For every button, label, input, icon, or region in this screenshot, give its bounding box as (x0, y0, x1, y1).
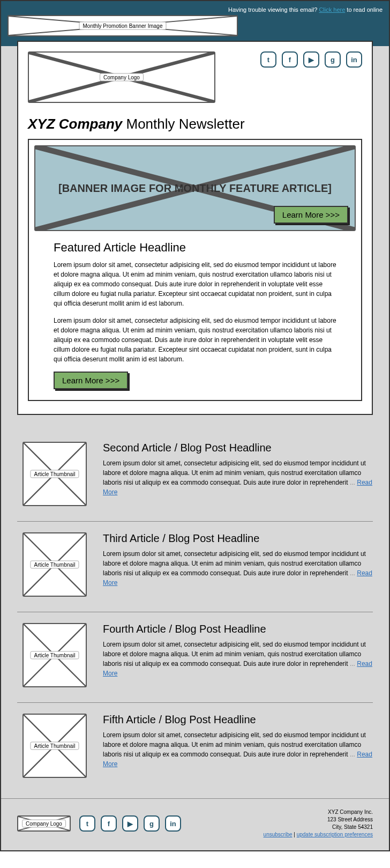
footer-company: XYZ Company Inc. (264, 808, 373, 816)
feature-banner-learn-more-button[interactable]: Learn More >>> (274, 206, 348, 224)
article-item: Article Thumbnail Second Article / Blog … (17, 431, 373, 522)
footer-address: XYZ Company Inc. 123 Street Address City… (264, 808, 373, 839)
feature-paragraph-2: Lorem ipsum dolor sit amet, consectetur … (54, 316, 336, 364)
article-thumbnail-label: Article Thumbnail (30, 561, 79, 569)
article-body: Fifth Article / Blog Post Headline Lorem… (103, 714, 373, 778)
footer: Company Logo t f ▶ g in XYZ Company Inc.… (1, 798, 389, 850)
google-icon[interactable]: g (144, 815, 160, 832)
content-card: Company Logo t f ▶ g in XYZ Company Mont… (17, 41, 373, 415)
feature-headline: Featured Article Headline (54, 241, 336, 255)
youtube-icon[interactable]: ▶ (122, 815, 138, 832)
company-logo[interactable]: Company Logo (28, 51, 215, 103)
article-headline: Fourth Article / Blog Post Headline (103, 623, 373, 635)
article-excerpt-text: Lorem ipsum dolor sit amet, consectetur … (103, 550, 366, 577)
article-body: Third Article / Blog Post Headline Lorem… (103, 532, 373, 597)
footer-logo-label: Company Logo (22, 820, 66, 828)
footer-sep: | (292, 832, 297, 837)
article-headline: Second Article / Blog Post Headline (103, 442, 373, 454)
article-item: Article Thumbnail Fourth Article / Blog … (17, 612, 373, 703)
article-excerpt-text: Lorem ipsum dolor sit amet, consectetur … (103, 731, 366, 758)
newsletter-title: XYZ Company Monthly Newsletter (28, 116, 362, 132)
article-headline: Fifth Article / Blog Post Headline (103, 714, 373, 726)
unsubscribe-link[interactable]: unsubscribe (264, 832, 292, 837)
article-headline: Third Article / Blog Post Headline (103, 532, 373, 545)
article-body: Second Article / Blog Post Headline Lore… (103, 442, 373, 506)
trouble-text: Having trouble viewing this email? (228, 6, 317, 13)
linkedin-icon[interactable]: in (165, 815, 181, 832)
article-thumbnail-label: Article Thumbnail (30, 470, 79, 478)
read-online-suffix: to read online (345, 6, 382, 13)
footer-address1: 123 Street Address (264, 816, 373, 824)
update-preferences-link[interactable]: update subscription preferences (297, 832, 373, 837)
feature-paragraph-1: Lorem ipsum dolor sit amet, consectetur … (54, 260, 336, 308)
article-thumbnail[interactable]: Article Thumbnail (22, 442, 87, 506)
article-excerpt: Lorem ipsum dolor sit amet, consectetur … (103, 730, 373, 769)
article-excerpt: Lorem ipsum dolor sit amet, consectetur … (103, 458, 373, 497)
feature-text: Featured Article Headline Lorem ipsum do… (34, 231, 356, 389)
twitter-icon[interactable]: t (79, 815, 95, 832)
article-excerpt-text: Lorem ipsum dolor sit amet, consectetur … (103, 459, 366, 486)
click-here-link[interactable]: Click here (319, 6, 345, 13)
facebook-icon[interactable]: f (282, 51, 298, 68)
article-item: Article Thumbnail Third Article / Blog P… (17, 522, 373, 612)
company-name: XYZ Company (28, 116, 122, 132)
footer-logo[interactable]: Company Logo (17, 815, 71, 832)
promo-banner-label: Monthly Promotion Banner Image (79, 22, 167, 30)
top-strip: Having trouble viewing this email? Click… (1, 1, 389, 46)
ellipsis: ... (350, 660, 357, 667)
feature-box: [BANNER IMAGE FOR MONTHLY FEATURE ARTICL… (28, 139, 362, 401)
google-icon[interactable]: g (325, 51, 341, 68)
ellipsis: ... (350, 751, 357, 758)
article-thumbnail[interactable]: Article Thumbnail (22, 623, 87, 687)
footer-address2: City, State 54321 (264, 824, 373, 831)
twitter-icon[interactable]: t (260, 51, 276, 68)
social-row-header: t f ▶ g in (260, 51, 362, 68)
article-list: Article Thumbnail Second Article / Blog … (1, 420, 389, 798)
article-thumbnail[interactable]: Article Thumbnail (22, 714, 87, 778)
ellipsis: ... (350, 479, 357, 486)
article-excerpt-text: Lorem ipsum dolor sit amet, consectetur … (103, 641, 366, 667)
newsletter-page: Having trouble viewing this email? Click… (0, 0, 390, 851)
article-thumbnail-label: Article Thumbnail (30, 651, 79, 659)
linkedin-icon[interactable]: in (346, 51, 362, 68)
facebook-icon[interactable]: f (101, 815, 117, 832)
article-excerpt: Lorem ipsum dolor sit amet, consectetur … (103, 549, 373, 588)
promo-banner-image[interactable]: Monthly Promotion Banner Image (8, 15, 238, 36)
youtube-icon[interactable]: ▶ (303, 51, 319, 68)
article-body: Fourth Article / Blog Post Headline Lore… (103, 623, 373, 687)
feature-banner-text: [BANNER IMAGE FOR MONTHLY FEATURE ARTICL… (58, 182, 332, 195)
article-thumbnail-label: Article Thumbnail (30, 742, 79, 750)
feature-banner-image[interactable]: [BANNER IMAGE FOR MONTHLY FEATURE ARTICL… (34, 145, 356, 231)
view-online-note: Having trouble viewing this email? Click… (8, 6, 382, 13)
feature-learn-more-button[interactable]: Learn More >>> (54, 372, 128, 389)
ellipsis: ... (350, 569, 357, 577)
social-row-footer: t f ▶ g in (79, 815, 181, 832)
header-row: Company Logo t f ▶ g in (28, 51, 362, 103)
company-logo-label: Company Logo (100, 73, 144, 81)
article-item: Article Thumbnail Fifth Article / Blog P… (17, 703, 373, 793)
article-thumbnail[interactable]: Article Thumbnail (22, 532, 87, 597)
article-excerpt: Lorem ipsum dolor sit amet, consectetur … (103, 640, 373, 678)
title-suffix: Monthly Newsletter (122, 116, 244, 132)
